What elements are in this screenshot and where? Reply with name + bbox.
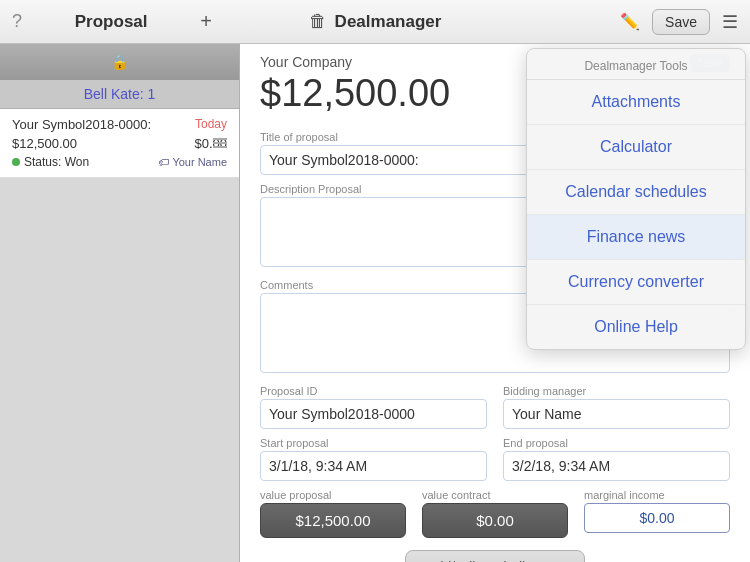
item-status-row: Status: Won 🏷 Your Name bbox=[12, 155, 227, 169]
start-proposal-label: Start proposal bbox=[260, 437, 487, 449]
marginal-income-display: $0.00 bbox=[584, 503, 730, 533]
main-title: Dealmanager bbox=[335, 12, 442, 32]
item-status: Status: Won bbox=[12, 155, 89, 169]
value-proposal-display: $12,500.00 bbox=[260, 503, 406, 538]
dropdown-item-finance-news[interactable]: Finance news bbox=[527, 215, 745, 260]
value-contract-label: value contract bbox=[422, 489, 568, 501]
start-proposal-input[interactable] bbox=[260, 451, 487, 481]
sidebar-contact[interactable]: Bell Kate: 1 bbox=[0, 80, 239, 109]
content-area: Your Company status of de New $12,500.00… bbox=[240, 44, 750, 562]
dropdown-item-currency-converter[interactable]: Currency converter bbox=[527, 260, 745, 305]
bidding-manager-field: Bidding manager bbox=[503, 385, 730, 429]
add-edit-orderlines-button[interactable]: Add/Edit Orderlines ⇒ bbox=[405, 550, 584, 562]
proposal-id-label: Proposal ID bbox=[260, 385, 487, 397]
list-handle bbox=[213, 138, 227, 148]
bidding-manager-input[interactable] bbox=[503, 399, 730, 429]
start-proposal-field: Start proposal bbox=[260, 437, 487, 481]
dropdown-item-online-help[interactable]: Online Help bbox=[527, 305, 745, 349]
value-proposal-label: value proposal bbox=[260, 489, 406, 501]
proposal-id-field: Proposal ID bbox=[260, 385, 487, 429]
value-contract-field: value contract $0.00 bbox=[422, 489, 568, 538]
item-date: Today bbox=[195, 117, 227, 131]
nav-center-group: 🗑 Dealmanager bbox=[309, 11, 442, 32]
end-proposal-label: End proposal bbox=[503, 437, 730, 449]
values-row: value proposal $12,500.00 value contract… bbox=[240, 481, 750, 538]
dropdown-title: Dealmanager Tools bbox=[527, 49, 745, 80]
question-icon[interactable]: ? bbox=[12, 11, 22, 32]
bidding-manager-label: Bidding manager bbox=[503, 385, 730, 397]
trash-icon[interactable]: 🗑 bbox=[309, 11, 327, 32]
dropdown-item-calendar-schedules[interactable]: Calendar schedules bbox=[527, 170, 745, 215]
id-manager-row: Proposal ID Bidding manager bbox=[240, 377, 750, 429]
item-tag: 🏷 Your Name bbox=[158, 156, 227, 168]
lock-icon: 🔒 bbox=[111, 54, 128, 70]
proposal-id-input[interactable] bbox=[260, 399, 487, 429]
sidebar-header: 🔒 bbox=[0, 44, 239, 80]
add-icon[interactable]: + bbox=[200, 10, 212, 33]
marginal-income-label: marginal income bbox=[584, 489, 730, 501]
edit-icon[interactable]: ✏️ bbox=[620, 12, 640, 31]
dropdown-menu: Dealmanager Tools Attachments Calculator… bbox=[526, 48, 746, 350]
add-edit-row: Add/Edit Orderlines ⇒ bbox=[240, 538, 750, 562]
nav-right: ✏️ Save ☰ bbox=[538, 9, 738, 35]
date-row: Start proposal End proposal bbox=[240, 429, 750, 481]
status-dot bbox=[12, 158, 20, 166]
nav-left: ? Proposal + bbox=[12, 10, 212, 33]
nav-bar: ? Proposal + 🗑 Dealmanager ✏️ Save ☰ bbox=[0, 0, 750, 44]
tag-icon: 🏷 bbox=[158, 156, 169, 168]
end-proposal-field: End proposal bbox=[503, 437, 730, 481]
list-item[interactable]: Today Your Symbol2018-0000: $12,500.00 $… bbox=[0, 109, 239, 178]
menu-icon[interactable]: ☰ bbox=[722, 11, 738, 33]
end-proposal-input[interactable] bbox=[503, 451, 730, 481]
dropdown-item-calculator[interactable]: Calculator bbox=[527, 125, 745, 170]
sidebar: 🔒 Bell Kate: 1 Today Your Symbol2018-000… bbox=[0, 44, 240, 562]
item-row: $12,500.00 $0.00 bbox=[12, 136, 227, 151]
company-name: Your Company bbox=[260, 54, 352, 70]
marginal-income-field: marginal income $0.00 bbox=[584, 489, 730, 538]
save-button[interactable]: Save bbox=[652, 9, 710, 35]
value-contract-display: $0.00 bbox=[422, 503, 568, 538]
main-layout: 🔒 Bell Kate: 1 Today Your Symbol2018-000… bbox=[0, 44, 750, 562]
dropdown-item-attachments[interactable]: Attachments bbox=[527, 80, 745, 125]
sidebar-list: Today Your Symbol2018-0000: $12,500.00 $… bbox=[0, 109, 239, 562]
value-proposal-field: value proposal $12,500.00 bbox=[260, 489, 406, 538]
sidebar-title: Proposal bbox=[32, 12, 190, 32]
item-amount: $12,500.00 bbox=[12, 136, 77, 151]
